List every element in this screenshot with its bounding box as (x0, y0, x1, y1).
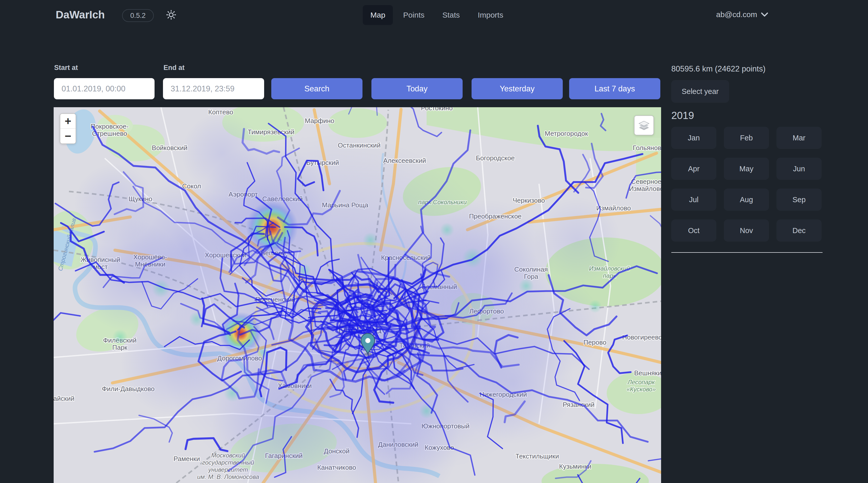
heat-haze-blob (534, 197, 621, 283)
app-header: DaWarIch 0.5.2 Map Points Stats Imports … (0, 0, 868, 31)
map-label: Лесопарк«Кусково» (627, 379, 656, 393)
month-button-aug[interactable]: Aug (724, 189, 769, 211)
yesterday-button[interactable]: Yesterday (471, 78, 563, 99)
months-grid: Jan Feb Mar Apr May Jun Jul Aug Sep Oct … (671, 127, 823, 242)
map-canvas: КоптевоРостокиноТимирязевскийМарфиноОста… (54, 107, 661, 483)
chevron-down-icon (761, 10, 768, 19)
map-layers-button[interactable] (634, 116, 654, 135)
map-zoom-control: + − (60, 114, 76, 144)
distance-stats: 80595.6 km (24622 points) (671, 64, 823, 73)
tab-points[interactable]: Points (396, 5, 432, 25)
heat-speck (589, 300, 602, 313)
end-at-label: End at (163, 64, 185, 72)
tab-stats[interactable]: Stats (435, 5, 467, 25)
month-button-sep[interactable]: Sep (777, 189, 822, 211)
version-badge: 0.5.2 (122, 9, 154, 22)
tab-imports[interactable]: Imports (470, 5, 511, 25)
map-label: Метрогородок (545, 130, 588, 137)
month-button-mar[interactable]: Mar (777, 127, 822, 149)
month-button-may[interactable]: May (724, 158, 769, 180)
map-label: айский (54, 395, 74, 402)
last-7-days-button[interactable]: Last 7 days (569, 78, 660, 99)
month-button-apr[interactable]: Apr (671, 158, 716, 180)
month-button-dec[interactable]: Dec (777, 220, 822, 242)
layers-icon (638, 119, 650, 132)
map-label: Гольяново (633, 144, 661, 152)
map-label: Новогиреево (622, 333, 661, 341)
month-button-jan[interactable]: Jan (671, 127, 716, 149)
right-sidebar: 80595.6 km (24622 points) Select year 20… (671, 64, 823, 253)
selected-year-heading: 2019 (671, 110, 823, 121)
tab-map[interactable]: Map (363, 5, 393, 25)
start-date-input[interactable] (54, 78, 155, 99)
zoom-in-button[interactable]: + (60, 114, 75, 129)
map-label: Марфино (305, 117, 334, 125)
main-nav: Map Points Stats Imports (363, 5, 511, 25)
start-at-label: Start at (54, 64, 78, 72)
map-label: Текстильщики (516, 452, 559, 460)
heat-haze-blob (120, 304, 232, 416)
month-button-nov[interactable]: Nov (724, 220, 769, 242)
month-button-jun[interactable]: Jun (777, 158, 822, 180)
user-email: ab@cd.com (716, 10, 757, 19)
zoom-out-button[interactable]: − (60, 129, 75, 143)
map-label: Ростокино (421, 107, 453, 112)
month-button-oct[interactable]: Oct (671, 220, 716, 242)
sidebar-divider (671, 252, 823, 253)
map-container[interactable]: КоптевоРостокиноТимирязевскийМарфиноОста… (54, 107, 661, 483)
month-button-feb[interactable]: Feb (724, 127, 769, 149)
dawarich-app: { "app": { "name": "DaWarIch", "version"… (0, 0, 868, 483)
heat-haze-blob (181, 112, 263, 194)
app-logo[interactable]: DaWarIch (56, 9, 105, 21)
select-year-button[interactable]: Select year (671, 80, 729, 103)
end-date-input[interactable] (163, 78, 264, 99)
heat-speck (224, 384, 241, 402)
today-button[interactable]: Today (371, 78, 463, 99)
map-label: Черкизово (513, 197, 545, 204)
sun-icon (165, 9, 177, 22)
search-button[interactable]: Search (271, 78, 363, 99)
map-label: Вешняки (634, 369, 661, 377)
heat-speck (363, 232, 378, 248)
user-menu[interactable]: ab@cd.com (716, 10, 768, 19)
month-button-jul[interactable]: Jul (671, 189, 716, 211)
heat-speck (462, 248, 483, 268)
heat-speck (113, 329, 128, 345)
theme-toggle-button[interactable] (164, 8, 178, 23)
map-label: Богородское (476, 154, 515, 162)
map-label: Раменки (174, 455, 200, 462)
heat-speck (440, 223, 454, 237)
